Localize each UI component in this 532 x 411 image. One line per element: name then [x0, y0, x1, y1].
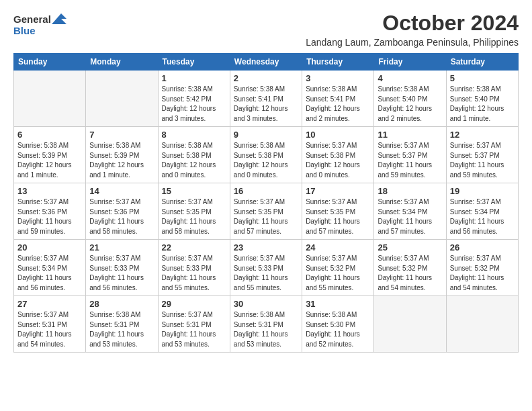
day-cell-31: 31Sunrise: 5:38 AMSunset: 5:30 PMDayligh…	[302, 296, 374, 353]
day-number: 10	[306, 130, 370, 140]
day-info: Sunrise: 5:37 AMSunset: 5:34 PMDaylight:…	[450, 197, 515, 236]
day-cell-19: 19Sunrise: 5:37 AMSunset: 5:34 PMDayligh…	[446, 183, 518, 240]
day-info: Sunrise: 5:37 AMSunset: 5:33 PMDaylight:…	[162, 254, 226, 293]
day-info: Sunrise: 5:38 AMSunset: 5:31 PMDaylight:…	[234, 310, 298, 349]
day-cell-3: 3Sunrise: 5:38 AMSunset: 5:41 PMDaylight…	[302, 71, 374, 127]
logo: General Blue	[13, 13, 66, 37]
day-cell-21: 21Sunrise: 5:37 AMSunset: 5:33 PMDayligh…	[86, 240, 158, 296]
title-block: October 2024 Landang Laum, Zamboanga Pen…	[306, 11, 519, 48]
day-info: Sunrise: 5:37 AMSunset: 5:35 PMDaylight:…	[162, 197, 226, 236]
day-cell-14: 14Sunrise: 5:37 AMSunset: 5:36 PMDayligh…	[86, 183, 158, 240]
logo-general-text: General	[13, 13, 51, 25]
day-cell-1: 1Sunrise: 5:38 AMSunset: 5:42 PMDaylight…	[158, 71, 230, 127]
day-info: Sunrise: 5:38 AMSunset: 5:38 PMDaylight:…	[162, 141, 226, 180]
day-number: 25	[378, 242, 442, 253]
location-subtitle: Landang Laum, Zamboanga Peninsula, Phili…	[306, 37, 519, 48]
day-info: Sunrise: 5:37 AMSunset: 5:32 PMDaylight:…	[378, 254, 442, 293]
day-cell-10: 10Sunrise: 5:37 AMSunset: 5:38 PMDayligh…	[302, 127, 374, 183]
day-info: Sunrise: 5:38 AMSunset: 5:42 PMDaylight:…	[162, 85, 226, 124]
weekday-header-thursday: Thursday	[302, 54, 374, 71]
day-info: Sunrise: 5:37 AMSunset: 5:31 PMDaylight:…	[162, 310, 226, 349]
svg-marker-0	[52, 13, 66, 24]
day-number: 18	[378, 186, 442, 196]
day-number: 19	[450, 186, 515, 196]
day-info: Sunrise: 5:37 AMSunset: 5:32 PMDaylight:…	[450, 254, 515, 293]
day-number: 23	[234, 242, 298, 253]
day-info: Sunrise: 5:38 AMSunset: 5:31 PMDaylight:…	[89, 310, 154, 349]
day-info: Sunrise: 5:38 AMSunset: 5:41 PMDaylight:…	[306, 85, 370, 124]
day-number: 7	[89, 130, 154, 140]
day-cell-25: 25Sunrise: 5:37 AMSunset: 5:32 PMDayligh…	[374, 240, 446, 296]
day-info: Sunrise: 5:37 AMSunset: 5:36 PMDaylight:…	[89, 197, 154, 236]
day-number: 9	[234, 130, 298, 140]
day-number: 8	[162, 130, 226, 140]
day-info: Sunrise: 5:37 AMSunset: 5:35 PMDaylight:…	[306, 197, 370, 236]
empty-cell	[446, 296, 518, 353]
weekday-header-wednesday: Wednesday	[230, 54, 302, 71]
day-info: Sunrise: 5:38 AMSunset: 5:40 PMDaylight:…	[378, 85, 442, 124]
day-info: Sunrise: 5:38 AMSunset: 5:38 PMDaylight:…	[234, 141, 298, 180]
day-info: Sunrise: 5:37 AMSunset: 5:33 PMDaylight:…	[89, 254, 154, 293]
day-info: Sunrise: 5:37 AMSunset: 5:31 PMDaylight:…	[17, 310, 82, 349]
day-cell-8: 8Sunrise: 5:38 AMSunset: 5:38 PMDaylight…	[158, 127, 230, 183]
day-info: Sunrise: 5:37 AMSunset: 5:34 PMDaylight:…	[378, 197, 442, 236]
day-number: 28	[89, 299, 154, 309]
week-row-3: 13Sunrise: 5:37 AMSunset: 5:36 PMDayligh…	[14, 183, 519, 240]
day-cell-4: 4Sunrise: 5:38 AMSunset: 5:40 PMDaylight…	[374, 71, 446, 127]
day-cell-17: 17Sunrise: 5:37 AMSunset: 5:35 PMDayligh…	[302, 183, 374, 240]
day-number: 5	[450, 73, 515, 83]
day-cell-6: 6Sunrise: 5:38 AMSunset: 5:39 PMDaylight…	[14, 127, 86, 183]
logo-blue-text: Blue	[13, 25, 36, 36]
day-cell-23: 23Sunrise: 5:37 AMSunset: 5:33 PMDayligh…	[230, 240, 302, 296]
week-row-4: 20Sunrise: 5:37 AMSunset: 5:34 PMDayligh…	[14, 240, 519, 296]
day-cell-22: 22Sunrise: 5:37 AMSunset: 5:33 PMDayligh…	[158, 240, 230, 296]
day-cell-7: 7Sunrise: 5:38 AMSunset: 5:39 PMDaylight…	[86, 127, 158, 183]
day-number: 4	[378, 73, 442, 83]
day-cell-2: 2Sunrise: 5:38 AMSunset: 5:41 PMDaylight…	[230, 71, 302, 127]
weekday-header-sunday: Sunday	[14, 54, 86, 71]
day-cell-9: 9Sunrise: 5:38 AMSunset: 5:38 PMDaylight…	[230, 127, 302, 183]
day-cell-5: 5Sunrise: 5:38 AMSunset: 5:40 PMDaylight…	[446, 71, 518, 127]
day-number: 22	[162, 242, 226, 253]
day-number: 11	[378, 130, 442, 140]
weekday-header-tuesday: Tuesday	[158, 54, 230, 71]
day-cell-13: 13Sunrise: 5:37 AMSunset: 5:36 PMDayligh…	[14, 183, 86, 240]
week-row-2: 6Sunrise: 5:38 AMSunset: 5:39 PMDaylight…	[14, 127, 519, 183]
week-row-1: 1Sunrise: 5:38 AMSunset: 5:42 PMDaylight…	[14, 71, 519, 127]
day-number: 15	[162, 186, 226, 196]
day-cell-11: 11Sunrise: 5:37 AMSunset: 5:37 PMDayligh…	[374, 127, 446, 183]
day-cell-26: 26Sunrise: 5:37 AMSunset: 5:32 PMDayligh…	[446, 240, 518, 296]
day-number: 20	[17, 242, 82, 253]
day-info: Sunrise: 5:37 AMSunset: 5:36 PMDaylight:…	[17, 197, 82, 236]
logo-icon	[52, 13, 66, 24]
day-number: 1	[162, 73, 226, 83]
day-info: Sunrise: 5:38 AMSunset: 5:41 PMDaylight:…	[234, 85, 298, 124]
day-info: Sunrise: 5:38 AMSunset: 5:39 PMDaylight:…	[89, 141, 154, 180]
calendar-header-row: SundayMondayTuesdayWednesdayThursdayFrid…	[14, 54, 519, 71]
day-number: 13	[17, 186, 82, 196]
day-number: 27	[17, 299, 82, 309]
day-info: Sunrise: 5:38 AMSunset: 5:39 PMDaylight:…	[17, 141, 82, 180]
day-cell-30: 30Sunrise: 5:38 AMSunset: 5:31 PMDayligh…	[230, 296, 302, 353]
day-number: 17	[306, 186, 370, 196]
day-number: 31	[306, 299, 370, 309]
day-cell-18: 18Sunrise: 5:37 AMSunset: 5:34 PMDayligh…	[374, 183, 446, 240]
day-cell-29: 29Sunrise: 5:37 AMSunset: 5:31 PMDayligh…	[158, 296, 230, 353]
day-cell-20: 20Sunrise: 5:37 AMSunset: 5:34 PMDayligh…	[14, 240, 86, 296]
weekday-header-monday: Monday	[86, 54, 158, 71]
page-header: General Blue October 2024 Landang Laum, …	[13, 11, 519, 48]
day-cell-15: 15Sunrise: 5:37 AMSunset: 5:35 PMDayligh…	[158, 183, 230, 240]
day-number: 3	[306, 73, 370, 83]
weekday-header-saturday: Saturday	[446, 54, 518, 71]
empty-cell	[14, 71, 86, 127]
day-number: 29	[162, 299, 226, 309]
day-info: Sunrise: 5:38 AMSunset: 5:30 PMDaylight:…	[306, 310, 370, 349]
day-number: 30	[234, 299, 298, 309]
weekday-header-friday: Friday	[374, 54, 446, 71]
month-title: October 2024	[306, 11, 519, 36]
day-number: 26	[450, 242, 515, 253]
day-number: 16	[234, 186, 298, 196]
day-info: Sunrise: 5:37 AMSunset: 5:37 PMDaylight:…	[378, 141, 442, 180]
day-info: Sunrise: 5:37 AMSunset: 5:33 PMDaylight:…	[234, 254, 298, 293]
day-info: Sunrise: 5:38 AMSunset: 5:40 PMDaylight:…	[450, 85, 515, 124]
